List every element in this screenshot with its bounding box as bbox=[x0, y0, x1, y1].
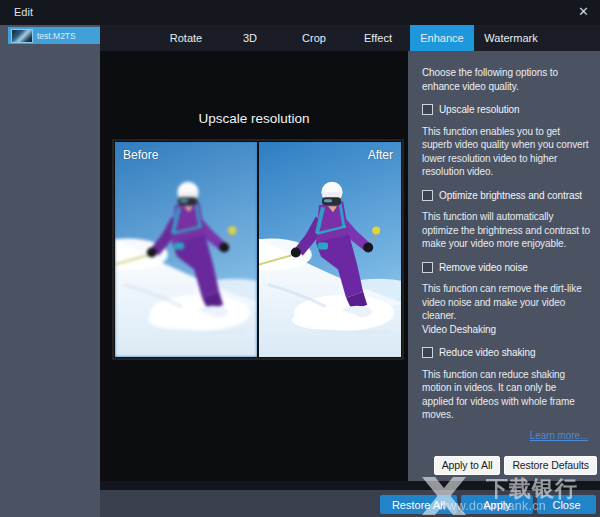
option-remove-noise[interactable]: Remove video noise bbox=[422, 261, 590, 275]
before-image: Before bbox=[115, 142, 257, 357]
file-list-sidebar: test.M2TS bbox=[0, 25, 100, 517]
reduce-shaking-label: Reduce video shaking bbox=[439, 346, 535, 360]
restore-defaults-button[interactable]: Restore Defaults bbox=[504, 456, 597, 475]
apply-button[interactable]: Apply bbox=[461, 495, 533, 514]
video-deshaking-section-label: Video Deshaking bbox=[422, 323, 590, 337]
video-file-name: test.M2TS bbox=[37, 31, 76, 41]
before-after-frame: Before After bbox=[112, 139, 404, 360]
title-bar: Edit ✕ bbox=[0, 0, 600, 25]
tab-3d[interactable]: 3D bbox=[218, 25, 282, 51]
upscale-resolution-description: This function enables you to get superb … bbox=[422, 125, 590, 179]
apply-to-all-button[interactable]: Apply to All bbox=[434, 456, 501, 475]
enhance-options-panel: Choose the following options to enhance … bbox=[408, 51, 600, 481]
optimize-brightness-checkbox[interactable] bbox=[422, 190, 433, 201]
after-ski-image bbox=[259, 142, 401, 357]
panel-intro-text: Choose the following options to enhance … bbox=[422, 66, 590, 93]
remove-noise-label: Remove video noise bbox=[439, 261, 528, 275]
footer-bar: Restore All Apply Close bbox=[100, 490, 600, 517]
before-ski-image bbox=[115, 142, 257, 357]
preview-area: Upscale resolution Before After bbox=[100, 51, 408, 490]
preview-title: Upscale resolution bbox=[100, 111, 408, 126]
reduce-shaking-description: This function can reduce shaking motion … bbox=[422, 368, 590, 422]
reduce-shaking-checkbox[interactable] bbox=[422, 347, 433, 358]
tab-watermark[interactable]: Watermark bbox=[474, 25, 548, 51]
close-icon[interactable]: ✕ bbox=[578, 5, 589, 19]
tab-crop[interactable]: Crop bbox=[282, 25, 346, 51]
edit-dialog: Edit ✕ test.M2TS Rotate 3D Crop Effect E… bbox=[0, 0, 600, 517]
optimize-brightness-description: This function will automatically optimiz… bbox=[422, 210, 590, 251]
video-thumbnail bbox=[11, 29, 33, 43]
close-button[interactable]: Close bbox=[537, 495, 596, 514]
remove-noise-description: This function can remove the dirt-like v… bbox=[422, 282, 590, 323]
panel-footer-divider bbox=[100, 481, 600, 490]
restore-all-button[interactable]: Restore All bbox=[380, 495, 457, 514]
after-label: After bbox=[368, 148, 393, 162]
tab-enhance[interactable]: Enhance bbox=[410, 25, 474, 51]
upscale-resolution-checkbox[interactable] bbox=[422, 104, 433, 115]
option-optimize-brightness[interactable]: Optimize brightness and contrast bbox=[422, 189, 590, 203]
option-reduce-shaking[interactable]: Reduce video shaking bbox=[422, 346, 590, 360]
sidebar-item-video-file[interactable]: test.M2TS bbox=[8, 27, 103, 44]
learn-more-link[interactable]: Learn more... bbox=[422, 429, 590, 443]
tab-effect[interactable]: Effect bbox=[346, 25, 410, 51]
after-image: After bbox=[259, 142, 401, 357]
panel-button-row: Apply to All Restore Defaults bbox=[434, 456, 597, 475]
tab-rotate[interactable]: Rotate bbox=[154, 25, 218, 51]
optimize-brightness-label: Optimize brightness and contrast bbox=[439, 189, 582, 203]
edit-tab-bar: Rotate 3D Crop Effect Enhance Watermark bbox=[100, 25, 600, 51]
window-title: Edit bbox=[14, 6, 33, 18]
before-label: Before bbox=[123, 148, 158, 162]
option-upscale-resolution[interactable]: Upscale resolution bbox=[422, 103, 590, 117]
upscale-resolution-label: Upscale resolution bbox=[439, 103, 519, 117]
remove-noise-checkbox[interactable] bbox=[422, 262, 433, 273]
